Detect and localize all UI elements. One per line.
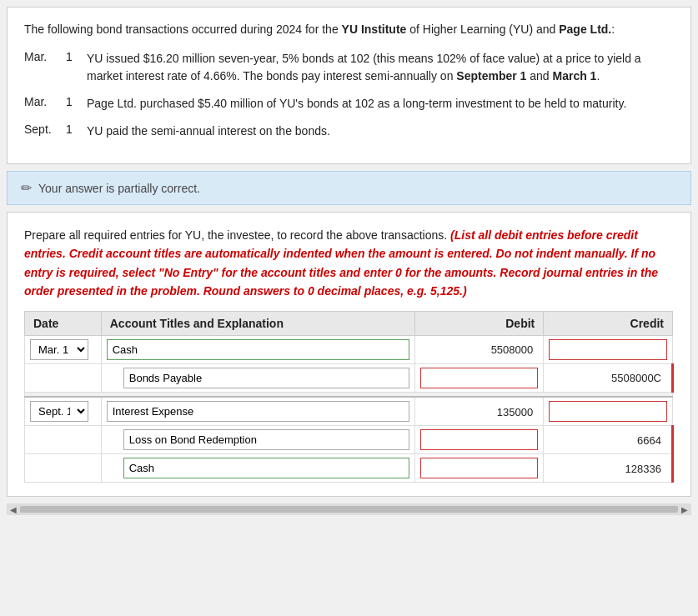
instructions-normal: Prepare all required entries for YU, the…	[24, 228, 450, 242]
info-section: The following bond transactions occurred…	[7, 7, 691, 164]
table-row: Mar. 1Sept. 1135000	[25, 397, 673, 426]
account-cell-2[interactable]	[101, 397, 414, 426]
account-input-3[interactable]	[123, 429, 409, 450]
header-date: Date	[25, 311, 102, 335]
trans2-date: Mar.	[24, 95, 66, 113]
debit-value-2: 135000	[497, 406, 538, 418]
scroll-left-arrow[interactable]: ◀	[10, 505, 17, 514]
scroll-track[interactable]	[20, 506, 678, 513]
credit-cell-3[interactable]: 6664	[544, 426, 673, 454]
credit-cell-4[interactable]: 128336	[544, 454, 673, 483]
credit-cell-1[interactable]: 5508000C	[544, 363, 673, 392]
debit-input-4[interactable]	[420, 458, 539, 478]
transaction-row-1: Mar. 1 YU issued $16.20 million seven-ye…	[24, 50, 674, 85]
debit-cell-3[interactable]	[414, 426, 544, 454]
debit-cell-0[interactable]: 5508000	[414, 335, 544, 363]
date-cell-2[interactable]: Mar. 1Sept. 1	[25, 397, 102, 426]
account-input-0[interactable]	[107, 339, 409, 360]
date-select-0[interactable]: Mar. 1Sept. 1	[30, 339, 88, 360]
debit-cell-2[interactable]: 135000	[414, 397, 544, 426]
table-header-row: Date Account Titles and Explanation Debi…	[25, 311, 673, 335]
journal-section: Prepare all required entries for YU, the…	[7, 212, 691, 497]
account-input-1[interactable]	[123, 368, 409, 388]
trans1-num: 1	[66, 50, 87, 85]
header-credit: Credit	[544, 311, 673, 335]
account-cell-0[interactable]	[101, 335, 414, 363]
header-debit: Debit	[414, 311, 544, 335]
company1-name: YU Institute	[342, 23, 407, 36]
transaction-row-3: Sept. 1 YU paid the semi-annual interest…	[24, 123, 674, 140]
transaction-row-2: Mar. 1 Page Ltd. purchased $5.40 million…	[24, 95, 674, 113]
table-row: Mar. 1Sept. 15508000	[25, 335, 673, 363]
header-account: Account Titles and Explanation	[101, 311, 414, 335]
credit-value-3: 6664	[637, 434, 666, 447]
credit-input-2[interactable]	[549, 401, 667, 422]
debit-input-3[interactable]	[420, 429, 539, 450]
trans3-text: YU paid the semi-annual interest on the …	[87, 123, 674, 140]
account-cell-3[interactable]	[101, 426, 414, 454]
credit-value-1: 5508000C	[611, 372, 666, 384]
horizontal-scrollbar[interactable]: ◀ ▶	[7, 503, 691, 515]
trans2-num: 1	[66, 95, 87, 113]
debit-cell-1[interactable]	[414, 363, 544, 392]
credit-cell-2[interactable]	[544, 397, 673, 426]
trans2-text: Page Ltd. purchased $5.40 million of YU'…	[87, 95, 674, 113]
account-cell-4[interactable]	[101, 454, 414, 483]
credit-cell-0[interactable]	[544, 335, 673, 363]
table-row: 128336	[25, 454, 673, 483]
alert-banner: ✏ Your answer is partially correct.	[7, 171, 691, 205]
company2-name: Page Ltd.	[559, 23, 611, 36]
scroll-right-arrow[interactable]: ▶	[681, 505, 688, 514]
debit-value-0: 5508000	[491, 343, 539, 356]
date-select-2[interactable]: Mar. 1Sept. 1	[30, 401, 88, 422]
date-cell-3	[25, 426, 102, 454]
credit-input-0[interactable]	[549, 339, 667, 360]
intro-paragraph: The following bond transactions occurred…	[24, 21, 674, 38]
table-row: 5508000C	[25, 363, 673, 392]
debit-cell-4[interactable]	[414, 454, 544, 483]
journal-table: Date Account Titles and Explanation Debi…	[24, 311, 674, 483]
debit-input-1[interactable]	[420, 368, 539, 388]
account-input-2[interactable]	[107, 401, 409, 422]
table-row: 6664	[25, 426, 673, 454]
trans3-num: 1	[66, 123, 87, 140]
account-input-4[interactable]	[123, 458, 409, 478]
trans3-date: Sept.	[24, 123, 66, 140]
instructions-paragraph: Prepare all required entries for YU, the…	[24, 226, 674, 301]
account-cell-1[interactable]	[101, 363, 414, 392]
intro-text3: :	[611, 23, 615, 36]
date-cell-4	[25, 454, 102, 483]
pencil-icon: ✏	[21, 180, 32, 196]
trans1-text: YU issued $16.20 million seven-year, 5% …	[87, 50, 674, 85]
trans1-date: Mar.	[24, 50, 66, 85]
date-cell-1	[25, 363, 102, 392]
credit-value-4: 128336	[625, 463, 666, 475]
date-cell-0[interactable]: Mar. 1Sept. 1	[25, 335, 102, 363]
alert-message: Your answer is partially correct.	[38, 182, 200, 195]
intro-text2: of Higher Learning (YU) and	[406, 23, 559, 36]
intro-text1: The following bond transactions occurred…	[24, 23, 342, 36]
